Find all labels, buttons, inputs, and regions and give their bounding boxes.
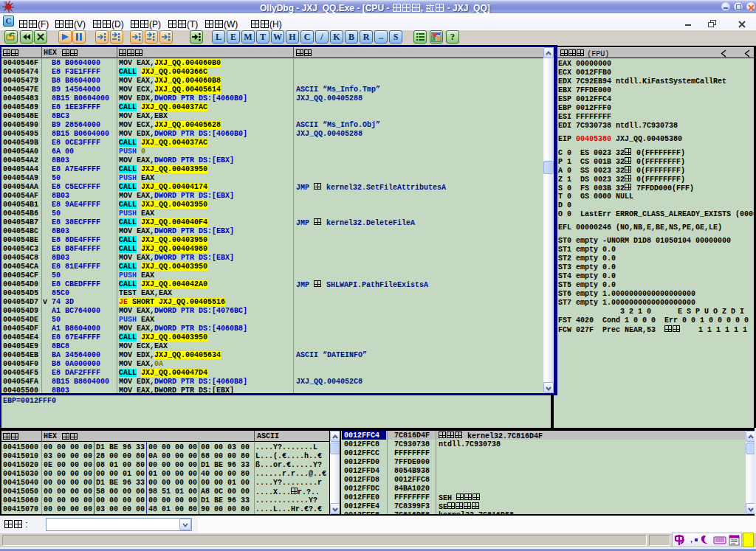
svg-text:,: , — [690, 536, 693, 544]
